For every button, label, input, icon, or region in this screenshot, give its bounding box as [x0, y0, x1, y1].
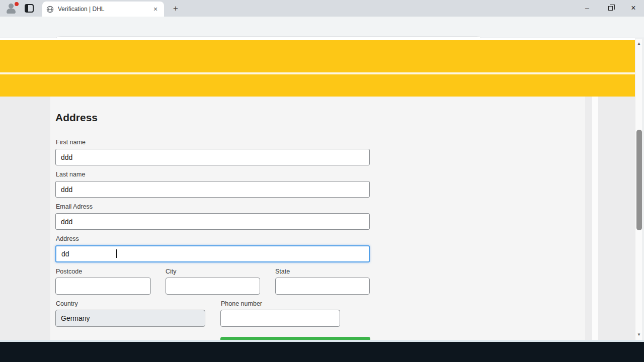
text-caret — [116, 249, 117, 258]
scrollbar-thumb[interactable] — [636, 130, 642, 230]
window-restore-button[interactable] — [602, 0, 619, 16]
tab-title: Verification | DHL — [58, 6, 151, 13]
restore-icon — [608, 6, 613, 11]
state-label: State — [275, 268, 290, 275]
state-input[interactable] — [275, 278, 370, 295]
country-select[interactable]: Germany — [55, 310, 205, 327]
email-input[interactable] — [55, 213, 370, 230]
tab-activity-icon[interactable] — [25, 4, 34, 13]
browser-toolbar: ← ⟳ https://bmh.lzi.mybluehost.me/CA/TR0… — [0, 17, 644, 38]
scroll-up-icon[interactable]: ▲ — [635, 41, 642, 46]
country-label: Country — [56, 300, 78, 307]
profile-head-icon — [9, 4, 14, 9]
page-content-area: Address First name Last name Email Adres… — [0, 97, 635, 340]
email-label: Email Adress — [56, 203, 93, 210]
page-scrollbar[interactable]: ▲ ▼ — [635, 39, 642, 340]
tab-close-icon[interactable]: × — [151, 5, 160, 13]
dhl-nav-bar: Reception Ship Track Register Sign — [0, 74, 635, 97]
phone-label: Phone number — [221, 300, 262, 307]
form-card: Address First name Last name Email Adres… — [50, 97, 585, 340]
browser-titlebar: Verification | DHL × + – × — [0, 0, 644, 17]
first-name-input[interactable] — [55, 149, 370, 165]
form-title: Address — [55, 112, 98, 124]
window-close-button[interactable]: × — [625, 0, 642, 16]
globe-favicon-icon — [46, 6, 54, 13]
city-input[interactable] — [166, 278, 260, 295]
profile-notification-dot — [15, 2, 19, 6]
postcode-label: Postcode — [56, 268, 82, 275]
last-name-label: Last name — [56, 171, 85, 178]
profile-body-icon — [7, 9, 16, 14]
browser-profile-icon[interactable] — [6, 3, 18, 14]
desktop-screen: Verification | DHL × + – × ← ⟳ https://b… — [0, 0, 644, 362]
browser-tab[interactable]: Verification | DHL × — [42, 2, 164, 17]
address-input[interactable] — [55, 245, 370, 262]
first-name-label: First name — [56, 139, 86, 146]
postcode-input[interactable] — [55, 278, 151, 295]
new-tab-button[interactable]: + — [170, 3, 181, 14]
scroll-down-icon[interactable]: ▼ — [635, 332, 642, 337]
windows-taskbar: Type here to search ^ 6:57 PM 6/21/2025 — [0, 342, 644, 362]
phone-input[interactable] — [220, 310, 340, 327]
last-name-input[interactable] — [55, 181, 370, 198]
dhl-header-bar: DHL DHL Express Help and support Find a … — [0, 40, 635, 72]
address-label: Address — [56, 235, 79, 242]
city-label: City — [166, 268, 177, 275]
window-minimize-button[interactable]: – — [579, 0, 596, 16]
page-right-strip — [592, 97, 598, 340]
